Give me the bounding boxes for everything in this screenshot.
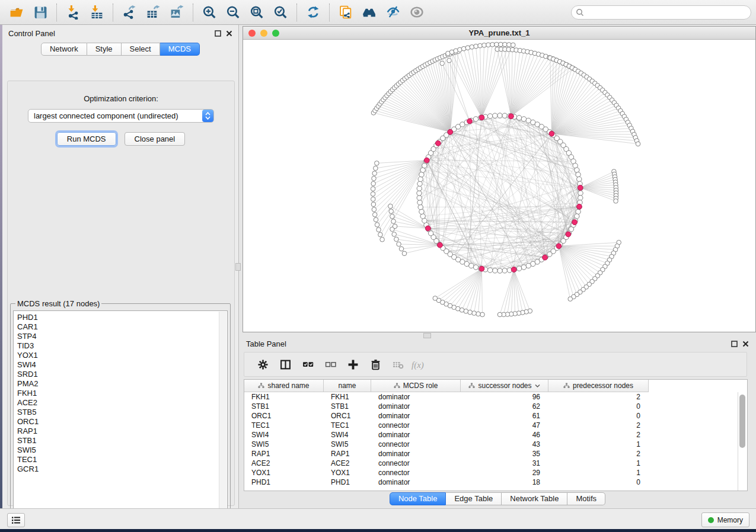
cell-shared-name: ORC1	[244, 412, 324, 420]
mcds-result-item[interactable]: CAR1	[17, 322, 227, 332]
table-row[interactable]: STB1STB1dominator620	[244, 402, 747, 411]
close-panel-button[interactable]: Close panel	[125, 132, 186, 146]
table-row[interactable]: YOX1YOX1connector291	[244, 468, 747, 477]
close-table-panel-icon[interactable]	[742, 341, 749, 347]
mcds-result-item[interactable]: STP4	[17, 332, 227, 341]
mcds-result-item[interactable]: YOX1	[17, 351, 227, 360]
export-network-button[interactable]	[117, 2, 141, 23]
mcds-result-item[interactable]: SWI5	[17, 446, 227, 455]
table-options-gear-button[interactable]	[251, 354, 274, 374]
mcds-result-item[interactable]: GCR1	[17, 464, 227, 474]
deselect-all-rows-button[interactable]	[319, 354, 342, 374]
network-window-titlebar[interactable]: YPA_prune.txt_1	[243, 27, 755, 40]
import-network-button[interactable]	[61, 2, 85, 23]
hide-selected-button[interactable]	[381, 2, 405, 23]
vertical-splitter-handle[interactable]	[235, 263, 241, 271]
add-column-button[interactable]	[342, 354, 364, 374]
mcds-result-item[interactable]: STB1	[17, 436, 227, 446]
show-all-disabled-icon	[409, 5, 425, 20]
mcds-result-item[interactable]: SRD1	[17, 370, 227, 379]
column-header-MCDS-role[interactable]: MCDS role	[371, 380, 461, 392]
tab-motifs[interactable]: Motifs	[567, 492, 605, 505]
criterion-dropdown[interactable]: largest connected component (undirected)	[28, 109, 214, 123]
select-all-rows-button[interactable]	[296, 354, 319, 374]
table-row[interactable]: SWI5SWI5connector431	[244, 440, 747, 449]
open-file-button[interactable]	[5, 2, 28, 23]
mcds-result-item[interactable]: SWI4	[17, 360, 227, 370]
show-all-disabled-button[interactable]	[405, 2, 429, 23]
mcds-result-item[interactable]: ORC1	[17, 417, 227, 427]
tab-mcds[interactable]: MCDS	[160, 43, 200, 56]
cell-mcds-role: dominator	[371, 431, 461, 439]
zoom-selected-icon	[273, 5, 288, 20]
tab-network[interactable]: Network	[41, 43, 87, 56]
column-view-button[interactable]	[274, 354, 296, 374]
table-row[interactable]: FKH1FKH1dominator962	[244, 392, 747, 402]
cell-predecessor-nodes: 0	[548, 402, 649, 411]
table-row[interactable]: RAP1RAP1dominator352	[244, 449, 747, 459]
task-history-button[interactable]	[7, 513, 25, 527]
toolbar-separator	[193, 4, 193, 21]
first-neighbors-button[interactable]	[358, 2, 381, 23]
table-row[interactable]: PHD1PHD1dominator180	[244, 477, 747, 487]
table-scrollbar-thumb[interactable]	[739, 395, 745, 448]
tab-style[interactable]: Style	[87, 43, 122, 56]
column-header-predecessor-nodes[interactable]: predecessor nodes	[548, 380, 649, 392]
list-icon	[11, 516, 21, 524]
mcds-list-scrollbar[interactable]	[219, 312, 227, 511]
import-table-button[interactable]	[85, 2, 109, 23]
refresh-layout-button[interactable]	[301, 2, 325, 23]
column-header-successor-nodes[interactable]: successor nodes	[461, 380, 548, 392]
table-scrollbar[interactable]	[738, 392, 747, 491]
column-type-icon	[468, 383, 475, 389]
mcds-result-title: MCDS result (17 nodes)	[15, 299, 101, 308]
mcds-result-item[interactable]: STB5	[17, 408, 227, 417]
export-image-button[interactable]	[165, 2, 189, 23]
delete-column-button[interactable]	[364, 354, 387, 374]
cell-successor-nodes: 29	[461, 469, 548, 477]
mcds-result-item[interactable]: RAP1	[17, 427, 227, 436]
cell-shared-name: SWI5	[244, 440, 324, 448]
close-panel-icon[interactable]	[226, 30, 232, 37]
table-row[interactable]: SWI4SWI4dominator462	[244, 430, 747, 440]
search-box[interactable]	[571, 5, 751, 20]
mcds-result-item[interactable]: FKH1	[17, 389, 227, 398]
new-network-from-selection-button[interactable]	[334, 2, 358, 23]
new-network-from-selection-icon	[338, 5, 353, 20]
zoom-out-button[interactable]	[221, 2, 245, 23]
save-session-button[interactable]	[28, 2, 52, 23]
search-input[interactable]	[584, 8, 747, 17]
mcds-result-item[interactable]: TEC1	[17, 455, 227, 464]
column-header-shared-name[interactable]: shared name	[244, 380, 324, 392]
mcds-result-item[interactable]: PMA2	[17, 379, 227, 389]
mcds-result-item[interactable]: ACE2	[17, 398, 227, 408]
tab-network-table[interactable]: Network Table	[502, 492, 567, 505]
table-row[interactable]: ORC1ORC1dominator610	[244, 411, 747, 421]
run-mcds-button[interactable]: Run MCDS	[57, 132, 116, 146]
tab-select[interactable]: Select	[122, 43, 160, 56]
cell-predecessor-nodes: 0	[548, 412, 649, 420]
mcds-result-item[interactable]: PHD1	[17, 313, 227, 322]
cell-mcds-role: connector	[371, 469, 461, 477]
zoom-fit-button[interactable]	[245, 2, 269, 23]
table-row[interactable]: ACE2ACE2connector311	[244, 459, 747, 468]
cell-mcds-role: connector	[371, 421, 461, 430]
table-options-gear-icon	[257, 359, 269, 370]
float-panel-icon[interactable]	[215, 30, 221, 37]
cell-mcds-role: dominator	[371, 478, 461, 486]
cell-name: RAP1	[324, 450, 371, 458]
tab-edge-table[interactable]: Edge Table	[446, 492, 502, 505]
mcds-result-item[interactable]: TID3	[17, 341, 227, 351]
tab-node-table[interactable]: Node Table	[390, 492, 446, 505]
memory-button[interactable]: Memory	[701, 512, 749, 527]
zoom-selected-button[interactable]	[269, 2, 292, 23]
column-header-name[interactable]: name	[324, 380, 371, 392]
export-table-button[interactable]	[141, 2, 165, 23]
column-type-icon	[258, 383, 264, 389]
table-row[interactable]: TEC1TEC1connector472	[244, 421, 747, 430]
node-table: shared namenameMCDS rolesuccessor nodesp…	[244, 379, 748, 491]
zoom-in-button[interactable]	[197, 2, 221, 23]
network-graph[interactable]	[243, 40, 755, 332]
mcds-result-list[interactable]: PHD1CAR1STP4TID3YOX1SWI4SRD1PMA2FKH1ACE2…	[13, 310, 228, 512]
float-table-panel-icon[interactable]	[731, 341, 738, 347]
